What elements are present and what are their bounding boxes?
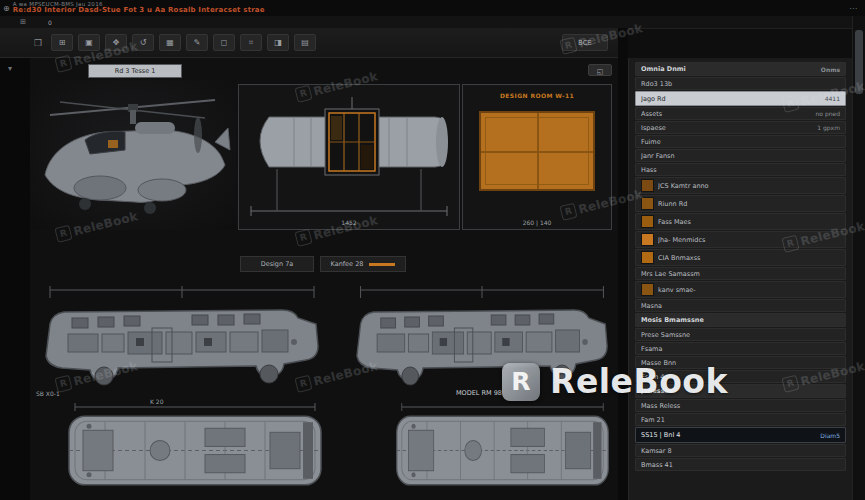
scrollbar-thumb[interactable] bbox=[855, 30, 863, 94]
sidebar-row[interactable]: Masse Bnn bbox=[635, 356, 846, 369]
app-window: ⊕ A wa MPSEUCM-BMS Jau 2016 Re:d30 Inter… bbox=[0, 0, 865, 500]
sidebar-row[interactable]: JCS Kamtr anno bbox=[635, 177, 846, 194]
sidebar-row[interactable]: Essm 4 bbox=[635, 370, 846, 383]
color-swatch bbox=[641, 179, 654, 192]
grid-icon[interactable]: ⊞ bbox=[20, 18, 26, 26]
toolbar-button[interactable]: ⌗ bbox=[240, 34, 262, 51]
top-view-drawing bbox=[55, 402, 335, 498]
viewport-plan[interactable]: DESIGN ROOM W-11 260 | 140 bbox=[462, 84, 612, 230]
collapse-icon[interactable]: ▾ bbox=[8, 64, 12, 73]
sidebar-row[interactable]: Janessne bbox=[635, 384, 846, 398]
panel-gutter bbox=[618, 28, 628, 500]
toolbar-button[interactable]: ✥ bbox=[105, 34, 127, 51]
caption-left: SB X0-1 bbox=[36, 390, 60, 397]
sidebar-row-label: Mrs Lae Samassm bbox=[641, 270, 836, 278]
fuselage-cutaway bbox=[239, 85, 459, 229]
blueprint-side-right[interactable] bbox=[344, 284, 620, 392]
sidebar-row[interactable]: Mosis Bmamssne bbox=[635, 313, 846, 327]
blueprint-top-left[interactable] bbox=[55, 402, 335, 498]
sidebar-row-label: Bmass 41 bbox=[641, 461, 836, 469]
sidebar-row-label: Jago Rd bbox=[641, 95, 821, 103]
sidebar-row[interactable]: Riunn Rd bbox=[635, 195, 846, 212]
sidebar-row[interactable]: Jago Rd 4411 bbox=[635, 91, 846, 106]
toolbar-button[interactable]: ✎ bbox=[186, 34, 208, 51]
toolbar-button[interactable]: ▦ bbox=[159, 34, 181, 51]
sidebar-row-label: Assets bbox=[641, 110, 812, 118]
sidebar-row-label: Fuime bbox=[641, 138, 836, 146]
sidebar-row[interactable]: SS15 | Bnl 4 Diam5 bbox=[635, 427, 846, 443]
sidebar-row[interactable]: Kamsar 8 bbox=[635, 444, 846, 457]
sidebar-row-label: JCS Kamtr anno bbox=[658, 182, 836, 190]
blueprint-top-right[interactable] bbox=[385, 402, 620, 498]
view-tabs: Design 7a Kanfee 28 bbox=[240, 256, 406, 272]
toolbar-button[interactable]: ◻ bbox=[213, 34, 235, 51]
app-icon[interactable]: ⊕ bbox=[3, 4, 10, 13]
sidebar-row[interactable]: Jha- Menmidcs bbox=[635, 231, 846, 248]
plan-title: DESIGN ROOM W-11 bbox=[463, 92, 611, 99]
sidebar-row-value: Diam5 bbox=[820, 432, 840, 439]
sidebar-row[interactable]: kanv smae- bbox=[635, 281, 846, 298]
sidebar-row-label: Omnia Dnmi bbox=[641, 65, 817, 73]
sidebar-row[interactable]: Omnia Dnmi Onms bbox=[635, 62, 846, 76]
properties-panel: Omnia Dnmi Onms Rdo3 13b Jago Rd 4411 As… bbox=[628, 58, 852, 500]
blueprint-side-left[interactable] bbox=[32, 284, 332, 392]
sidebar-row[interactable]: Fuime bbox=[635, 135, 846, 148]
sidebar-row-label: Hass bbox=[641, 166, 836, 174]
menu-item[interactable]: 0 bbox=[48, 19, 52, 26]
sidebar-row[interactable]: Rdo3 13b bbox=[635, 77, 846, 90]
side-view-drawing bbox=[32, 284, 332, 392]
color-swatch bbox=[641, 233, 654, 246]
side-view-drawing bbox=[344, 284, 620, 392]
toolbar-mode-button[interactable]: BCE bbox=[562, 34, 608, 51]
tab-kanfee-label: Kanfee 28 bbox=[331, 260, 364, 268]
plan-center-hline bbox=[481, 151, 593, 153]
sidebar-row-value: 4411 bbox=[825, 95, 840, 102]
tab-design[interactable]: Design 7a bbox=[240, 256, 314, 272]
tab-design-label: Design 7a bbox=[261, 260, 294, 268]
sidebar-row[interactable]: Janr Fansn bbox=[635, 149, 846, 162]
sidebar-row-value: Onms bbox=[821, 66, 840, 73]
toolbar-button[interactable]: ▤ bbox=[294, 34, 316, 51]
sidebar-row-label: Kamsar 8 bbox=[641, 447, 836, 455]
sidebar-row[interactable]: Bmass 41 bbox=[635, 458, 846, 471]
sidebar-row[interactable]: Mrs Lae Samassm bbox=[635, 267, 846, 280]
viewport-cutaway[interactable]: 1452 bbox=[238, 84, 460, 230]
toolbar-button[interactable]: ↺ bbox=[132, 34, 154, 51]
sidebar-row[interactable]: Masna bbox=[635, 299, 846, 312]
sidebar-row-label: Fsama bbox=[641, 345, 836, 353]
toolbar-buttons: ⊞▣✥↺▦✎◻⌗◨▤ bbox=[51, 34, 316, 51]
titlebar-text: A wa MPSEUCM-BMS Jau 2016 Re:d30 Interio… bbox=[13, 2, 265, 15]
sidebar-row-label: CIA Bnmaxss bbox=[658, 254, 836, 262]
sidebar-row-label: Ispaese bbox=[641, 124, 813, 132]
sidebar-row[interactable]: Fsama bbox=[635, 342, 846, 355]
toolbar-button[interactable]: ◨ bbox=[267, 34, 289, 51]
viewport-3d[interactable] bbox=[30, 80, 236, 230]
expand-view-button[interactable]: ◱ bbox=[588, 64, 612, 76]
sidebar-row[interactable]: Fass Maes bbox=[635, 213, 846, 230]
sidebar-row-label: Masse Bnn bbox=[641, 359, 836, 367]
tab-kanfee[interactable]: Kanfee 28 bbox=[320, 256, 406, 272]
sidebar-row-label: Masna bbox=[641, 302, 836, 310]
progress-bar bbox=[369, 263, 395, 266]
toolbar-button[interactable]: ⊞ bbox=[51, 34, 73, 51]
sidebar-row-label: Fass Maes bbox=[658, 218, 836, 226]
sidebar-row-label: Fam 21 bbox=[641, 416, 836, 424]
sidebar-row[interactable]: Prese Samssne bbox=[635, 328, 846, 341]
color-swatch bbox=[641, 215, 654, 228]
sidebar-row[interactable]: Assets no pned bbox=[635, 107, 846, 120]
sidebar-row[interactable]: Hass bbox=[635, 163, 846, 176]
sidebar-row[interactable]: Mass Reless bbox=[635, 399, 846, 412]
sidebar-row[interactable]: CIA Bnmaxss bbox=[635, 249, 846, 266]
color-swatch bbox=[641, 251, 654, 264]
window-menu-icon[interactable]: ⋯ bbox=[849, 4, 857, 13]
layers-icon[interactable]: ❐ bbox=[34, 38, 42, 48]
scrollbar-track[interactable] bbox=[852, 16, 865, 500]
sidebar-row-label: SS15 | Bnl 4 bbox=[641, 431, 816, 439]
toolbar-button[interactable]: ▣ bbox=[78, 34, 100, 51]
sidebar-row-label: Janr Fansn bbox=[641, 152, 836, 160]
sidebar-row-label: Janessne bbox=[641, 387, 836, 395]
sidebar-row[interactable]: Ispaese 1 gpxm bbox=[635, 121, 846, 134]
sidebar-row[interactable]: Fam 21 bbox=[635, 413, 846, 426]
left-rail: ▾ bbox=[0, 58, 30, 500]
sidebar-row-label: Mass Reless bbox=[641, 402, 836, 410]
